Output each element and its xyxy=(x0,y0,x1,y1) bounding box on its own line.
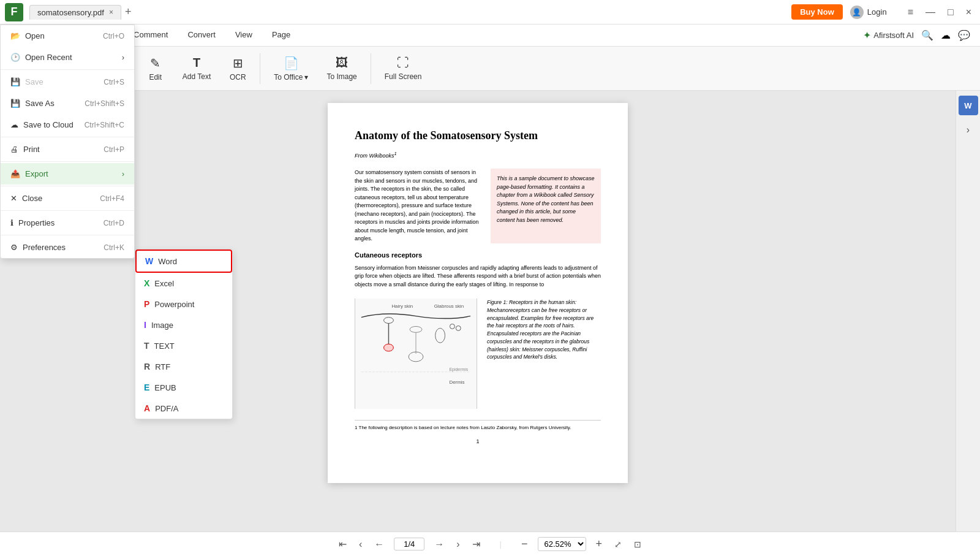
tooffice-tool-button[interactable]: 📄 To Office ▾ xyxy=(265,53,317,84)
fit-width-button[interactable]: ⤢ xyxy=(612,538,624,550)
prev-page-button[interactable]: ‹ xyxy=(356,538,364,551)
menu-divider-5 xyxy=(1,210,134,211)
chat-icon[interactable]: 💬 xyxy=(958,29,970,41)
open-icon: 📂 xyxy=(10,31,20,40)
hamburger-icon[interactable]: ≡ xyxy=(904,6,917,19)
search-icon[interactable]: 🔍 xyxy=(921,29,933,41)
menu-page[interactable]: Page xyxy=(263,28,299,43)
print-shortcut: Ctrl+P xyxy=(104,145,124,154)
menu-properties[interactable]: ℹ Properties Ctrl+D xyxy=(1,212,134,234)
export-pdfa[interactable]: A PDF/A xyxy=(135,398,232,419)
save-label: Save xyxy=(25,77,43,86)
export-text[interactable]: T TEXT xyxy=(135,335,232,356)
zoom-select[interactable]: 62.52% 50% 75% 100% 125% 150% xyxy=(538,537,586,551)
restore-button[interactable]: □ xyxy=(944,6,957,19)
export-rtf[interactable]: R RTF xyxy=(135,356,232,377)
rtf-file-icon: R xyxy=(144,362,150,371)
tab-filename: somatosensory.pdf xyxy=(37,8,104,17)
open-label: Open xyxy=(25,31,45,40)
fullscreen-tool-button[interactable]: ⛶ Full Screen xyxy=(376,53,431,83)
toimage-tool-button[interactable]: 🖼 To Image xyxy=(318,53,365,83)
menu-divider-4 xyxy=(1,186,134,186)
svg-text:Hairy skin: Hairy skin xyxy=(391,303,413,309)
last-page-button[interactable]: ⇥ xyxy=(470,537,483,551)
addtext-tool-button[interactable]: T Add Text xyxy=(174,53,219,83)
export-image[interactable]: I Image xyxy=(135,314,232,335)
pdf-section-text: Sensory information from Meissner corpus… xyxy=(355,264,601,289)
menu-export[interactable]: 📤 Export › xyxy=(1,163,134,185)
go-back-button[interactable]: ← xyxy=(372,538,386,551)
menu-save-to-cloud[interactable]: ☁ Save to Cloud Ctrl+Shift+C xyxy=(1,114,134,135)
menu-save-as[interactable]: 💾 Save As Ctrl+Shift+S xyxy=(1,93,134,114)
login-label: Login xyxy=(867,7,887,17)
sidebar-expand-icon[interactable]: › xyxy=(959,120,978,140)
pdf-from-wikibooks: From Wikibooks1 xyxy=(355,151,601,160)
close-window-button[interactable]: × xyxy=(962,6,975,19)
menu-preferences[interactable]: ⚙ Preferences Ctrl+K xyxy=(1,237,134,258)
login-area[interactable]: 👤 Login xyxy=(850,6,887,19)
export-epub[interactable]: E EPUB xyxy=(135,377,232,398)
file-dropdown-menu: 📂 Open Ctrl+O 🕑 Open Recent › 💾 Save Ctr… xyxy=(0,25,135,259)
export-powerpoint[interactable]: P Powerpoint xyxy=(135,294,232,314)
export-label: Export xyxy=(25,169,48,178)
word-sidebar-icon[interactable]: W xyxy=(959,96,978,115)
menu-open-recent[interactable]: 🕑 Open Recent › xyxy=(1,47,134,68)
menu-divider-6 xyxy=(1,235,134,235)
document-tab[interactable]: somatosensory.pdf × xyxy=(29,5,121,20)
window-controls: ≡ — □ × xyxy=(904,6,975,19)
cloud-icon[interactable]: ☁ xyxy=(941,29,951,41)
export-word[interactable]: W Word xyxy=(135,249,232,273)
menu-open[interactable]: 📂 Open Ctrl+O xyxy=(1,25,134,47)
pdf-page-number: 1 xyxy=(355,438,601,446)
export-excel[interactable]: X Excel xyxy=(135,273,232,294)
zoom-in-button[interactable]: + xyxy=(594,538,605,550)
print-icon: 🖨 xyxy=(10,145,18,154)
svg-text:Epidermis: Epidermis xyxy=(449,367,468,372)
tab-close-icon[interactable]: × xyxy=(109,8,113,17)
close-label: Close xyxy=(22,194,42,203)
minimize-button[interactable]: — xyxy=(922,6,939,19)
toolbar-separator xyxy=(260,53,260,84)
open-recent-label: Open Recent xyxy=(25,53,72,62)
open-recent-arrow-icon: › xyxy=(122,53,124,62)
menu-divider-2 xyxy=(1,137,134,137)
open-shortcut: Ctrl+O xyxy=(103,32,124,40)
ocr-label: OCR xyxy=(230,73,246,82)
export-image-label: Image xyxy=(151,321,173,330)
text-file-icon: T xyxy=(144,341,149,351)
save-icon: 💾 xyxy=(10,77,20,86)
export-powerpoint-label: Powerpoint xyxy=(154,300,194,309)
preferences-label: Preferences xyxy=(23,243,66,252)
next-page-button[interactable]: › xyxy=(454,538,462,551)
app-logo: F xyxy=(5,3,23,21)
close-shortcut: Ctrl+F4 xyxy=(100,194,124,203)
save-as-shortcut: Ctrl+Shift+S xyxy=(85,99,124,108)
add-tab-button[interactable]: + xyxy=(125,6,132,18)
pdf-main-content: Our somatosensory system consists of sen… xyxy=(355,169,481,243)
menu-close[interactable]: ✕ Close Ctrl+F4 xyxy=(1,188,134,209)
zoom-out-button[interactable]: − xyxy=(519,538,530,550)
edit-tool-button[interactable]: ✎ Edit xyxy=(138,53,173,84)
first-page-button[interactable]: ⇤ xyxy=(336,537,349,551)
page-input[interactable] xyxy=(394,538,424,550)
save-as-icon: 💾 xyxy=(10,99,20,108)
edit-icon: ✎ xyxy=(150,56,160,70)
menu-view[interactable]: View xyxy=(227,28,261,43)
fit-page-button[interactable]: ⊡ xyxy=(631,538,644,550)
excel-file-icon: X xyxy=(144,278,149,288)
buy-now-button[interactable]: Buy Now xyxy=(791,4,843,20)
fullscreen-icon: ⛶ xyxy=(397,56,409,70)
svg-point-5 xyxy=(384,344,394,351)
properties-icon: ℹ xyxy=(10,218,13,227)
pdf-sample-box: This is a sample document to showcase pa… xyxy=(491,169,601,243)
pdf-footnote: 1 The following description is based on … xyxy=(355,420,601,432)
ai-star-icon: ✦ xyxy=(863,29,871,41)
menu-print[interactable]: 🖨 Print Ctrl+P xyxy=(1,139,134,160)
ai-badge[interactable]: ✦ Afirstsoft AI xyxy=(863,29,914,41)
close-icon: ✕ xyxy=(10,194,17,203)
svg-point-3 xyxy=(384,318,394,324)
save-cloud-label: Save to Cloud xyxy=(23,120,74,129)
ocr-tool-button[interactable]: ⊞ OCR xyxy=(221,53,255,84)
menu-convert[interactable]: Convert xyxy=(179,28,224,43)
go-forward-button[interactable]: → xyxy=(432,538,447,551)
